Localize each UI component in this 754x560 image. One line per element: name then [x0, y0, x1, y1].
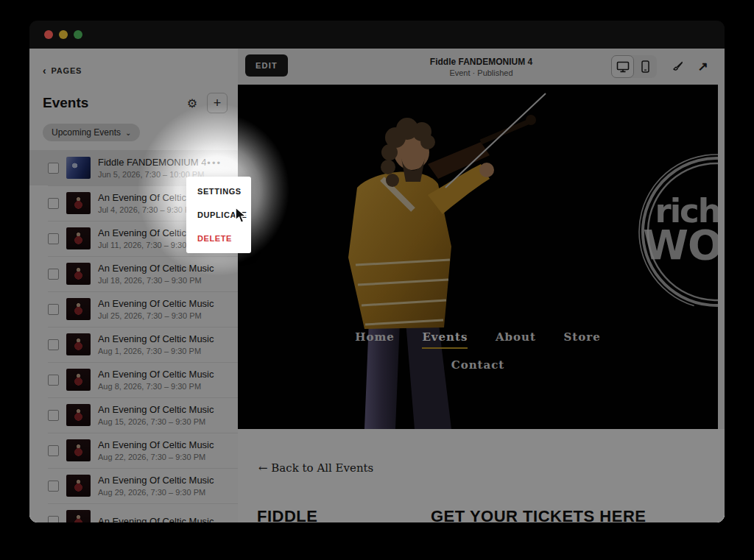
- event-date: Aug 1, 2026, 7:30 – 9:30 PM: [98, 347, 214, 355]
- event-date: Aug 8, 2026, 7:30 – 9:30 PM: [98, 382, 214, 391]
- monitor-icon: [616, 61, 630, 73]
- event-thumbnail: [66, 333, 91, 355]
- event-thumbnail: [66, 510, 91, 522]
- menu-item-delete[interactable]: DELETE: [186, 227, 251, 250]
- mobile-view-button[interactable]: [634, 55, 657, 78]
- event-row[interactable]: An Evening Of Celtic Music - WI ... Aug …: [29, 468, 238, 503]
- event-date: Aug 15, 2026, 7:30 – 9:30 PM: [98, 417, 214, 426]
- event-checkbox[interactable]: [48, 269, 59, 280]
- event-date: Aug 29, 2026, 7:30 – 9:30 PM: [98, 488, 214, 497]
- back-to-pages-label: PAGES: [51, 66, 82, 75]
- event-checkbox[interactable]: [48, 339, 59, 350]
- event-title: Fiddle FANDEMONIUM 4: [98, 157, 206, 168]
- minimize-window-button[interactable]: [59, 30, 68, 39]
- event-date: Jul 18, 2026, 7:30 – 9:30 PM: [98, 276, 214, 285]
- menu-item-duplicate[interactable]: DUPLICATE: [186, 203, 251, 227]
- gear-icon: ⚙: [187, 96, 197, 110]
- external-link-icon: ↗: [697, 59, 708, 74]
- sidebar-title: Events: [43, 95, 182, 111]
- tickets-heading: GET YOUR TICKETS HERE: [431, 507, 646, 522]
- add-event-button[interactable]: +: [207, 93, 228, 113]
- app-content: ‹ PAGES Events ⚙ + Upcoming Events ⌄: [29, 49, 725, 522]
- event-date: Jul 25, 2026, 7:30 – 9:30 PM: [98, 311, 214, 320]
- desktop-view-button[interactable]: [611, 55, 634, 78]
- site-styles-button[interactable]: [666, 55, 688, 78]
- event-context-menu: SETTINGS DUPLICATE DELETE: [186, 177, 251, 253]
- event-hero-image: richard WOOD Home Events About Store Con…: [238, 85, 718, 429]
- event-page-body: ← Back to All Events FIDDLE GET YOUR TIC…: [238, 429, 725, 522]
- nav-link-home[interactable]: Home: [355, 330, 395, 344]
- event-title: An Evening Of Celtic Music - WI ...: [98, 298, 214, 309]
- back-to-pages-link[interactable]: ‹ PAGES: [29, 49, 238, 75]
- logo-text-line2: WOOD: [634, 226, 718, 264]
- nav-link-contact[interactable]: Contact: [451, 358, 505, 372]
- event-row[interactable]: An Evening Of Celtic Music - WI ... Aug …: [29, 433, 238, 468]
- event-title: An Evening Of Celtic Music - WI ...: [98, 516, 214, 523]
- event-checkbox[interactable]: [48, 163, 59, 174]
- open-in-new-tab-button[interactable]: ↗: [691, 55, 714, 78]
- event-checkbox[interactable]: [48, 233, 59, 244]
- paintbrush-icon: [671, 60, 683, 73]
- event-row[interactable]: An Evening Of Celtic Music - WI ... Jul …: [29, 291, 238, 327]
- event-thumbnail: [66, 227, 91, 249]
- edit-button[interactable]: EDIT: [245, 54, 288, 77]
- event-row[interactable]: An Evening Of Celtic Music - WI ... Jul …: [29, 256, 238, 291]
- event-checkbox[interactable]: [48, 445, 59, 456]
- row-menu-icon[interactable]: •••: [207, 157, 222, 169]
- event-row[interactable]: An Evening Of Celtic Music - WI ...: [29, 503, 238, 522]
- event-checkbox[interactable]: [48, 410, 59, 421]
- app-window: ‹ PAGES Events ⚙ + Upcoming Events ⌄: [29, 21, 725, 522]
- window-titlebar: [29, 21, 725, 49]
- event-thumbnail: [66, 192, 91, 214]
- plus-icon: +: [214, 96, 222, 111]
- events-filter-dropdown[interactable]: Upcoming Events ⌄: [43, 124, 140, 141]
- event-title: An Evening Of Celtic Music - WI ...: [98, 475, 214, 486]
- event-heading: FIDDLE: [257, 507, 317, 522]
- menu-item-settings[interactable]: SETTINGS: [186, 180, 251, 203]
- event-row[interactable]: An Evening Of Celtic Music - WI ... Aug …: [29, 362, 238, 397]
- events-filter-label: Upcoming Events: [52, 127, 121, 138]
- event-checkbox[interactable]: [48, 516, 59, 523]
- nav-link-events[interactable]: Events: [422, 330, 468, 349]
- nav-link-store[interactable]: Store: [564, 330, 601, 344]
- event-row[interactable]: An Evening Of Celtic Music - WI ... Aug …: [29, 327, 238, 362]
- event-thumbnail: [66, 369, 91, 391]
- events-sidebar: ‹ PAGES Events ⚙ + Upcoming Events ⌄: [29, 49, 238, 522]
- event-thumbnail: [66, 439, 91, 461]
- phone-icon: [641, 60, 649, 73]
- event-checkbox[interactable]: [48, 198, 59, 209]
- page-preview-panel: EDIT Fiddle FANDEMONIUM 4 Event · Publis…: [238, 49, 725, 522]
- chevron-left-icon: ‹: [43, 67, 46, 74]
- event-checkbox[interactable]: [48, 375, 59, 386]
- event-row[interactable]: An Evening Of Celtic Music - WI ... Aug …: [29, 397, 238, 433]
- site-navigation: Home Events About Store Contact: [238, 330, 718, 380]
- event-title: An Evening Of Celtic Music - WI ...: [98, 439, 214, 450]
- event-checkbox[interactable]: [48, 481, 59, 492]
- event-thumbnail: [66, 157, 91, 179]
- event-thumbnail: [66, 263, 91, 285]
- event-title: An Evening Of Celtic Music - WI ...: [98, 263, 214, 274]
- event-title: An Evening Of Celtic Music - WI ...: [98, 404, 214, 415]
- close-window-button[interactable]: [44, 30, 53, 39]
- preview-toolbar: EDIT Fiddle FANDEMONIUM 4 Event · Publis…: [238, 49, 725, 85]
- event-checkbox[interactable]: [48, 304, 59, 315]
- window-controls: [44, 30, 82, 39]
- site-logo: richard WOOD: [634, 149, 718, 314]
- chevron-down-icon: ⌄: [125, 129, 131, 137]
- nav-link-about[interactable]: About: [496, 330, 536, 344]
- event-title: An Evening Of Celtic Music - WI ...: [98, 369, 214, 380]
- event-date: Aug 22, 2026, 7:30 – 9:30 PM: [98, 453, 214, 461]
- collection-settings-button[interactable]: ⚙: [182, 93, 202, 113]
- event-thumbnail: [66, 475, 91, 497]
- zoom-window-button[interactable]: [74, 30, 82, 39]
- event-thumbnail: [66, 298, 91, 320]
- event-thumbnail: [66, 404, 91, 426]
- event-title: An Evening Of Celtic Music - WI ...: [98, 333, 214, 344]
- back-to-all-events-link[interactable]: ← Back to All Events: [258, 461, 373, 475]
